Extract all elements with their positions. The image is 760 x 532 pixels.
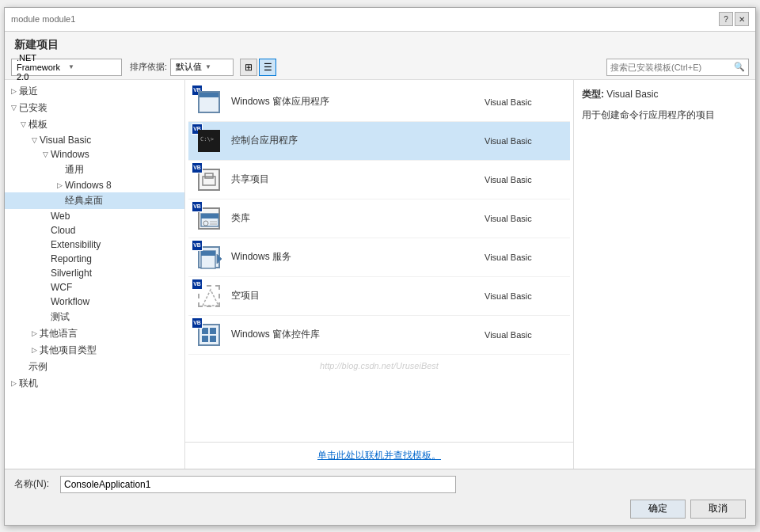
- confirm-button[interactable]: 确定: [630, 500, 686, 519]
- tree-item-general[interactable]: 通用: [5, 162, 184, 178]
- tree-item-templates[interactable]: ▽ 模板: [5, 116, 184, 133]
- template-winforms[interactable]: VB Windows 窗体应用程序 Visual Basic: [188, 83, 570, 122]
- tree-item-recent[interactable]: ▷ 最近: [5, 83, 184, 100]
- button-row: 确定 取消: [14, 500, 746, 519]
- tree-item-extensibility[interactable]: Extensibility: [5, 238, 184, 252]
- tree-item-other-lang[interactable]: ▷ 其他语言: [5, 325, 184, 342]
- main-area: ▷ 最近 ▽ 已安装 ▽ 模板 ▽ Visual Basic ▽ Windo: [5, 80, 755, 469]
- toggle-general: [54, 164, 65, 175]
- tree-item-online[interactable]: ▷ 联机: [5, 375, 184, 392]
- list-view-button[interactable]: ☰: [259, 59, 276, 76]
- grid-view-button[interactable]: ⊞: [240, 59, 257, 76]
- template-name-class: 类库: [231, 211, 484, 225]
- tree-item-windows[interactable]: ▽ Windows: [5, 147, 184, 162]
- tree-item-vb[interactable]: ▽ Visual Basic: [5, 133, 184, 147]
- list-icon: ☰: [264, 62, 272, 73]
- template-empty[interactable]: VB 空项目 Visual Basic: [188, 277, 570, 316]
- template-icon-shared: VB: [195, 165, 223, 194]
- svg-rect-1: [205, 173, 213, 178]
- dialog-content: 新建项目 .NET Framework 2.0 ▼ 排序依据: 默认值 ▼ ⊞ …: [5, 32, 755, 469]
- template-name-console: 控制台应用程序: [231, 134, 484, 147]
- search-icon[interactable]: 🔍: [734, 62, 745, 72]
- tree-label: 经典桌面: [65, 194, 103, 207]
- template-source-class: Visual Basic: [484, 214, 564, 223]
- template-name-winforms: Windows 窗体应用程序: [231, 95, 484, 108]
- template-source-shared: Visual Basic: [484, 175, 564, 184]
- toggle-examples: [17, 361, 28, 372]
- title-bar: module module1 ? ✕: [5, 8, 755, 32]
- tree-label: 联机: [19, 377, 38, 390]
- framework-dropdown[interactable]: .NET Framework 2.0 ▼: [11, 59, 122, 76]
- toggle-vb: ▽: [28, 135, 40, 146]
- template-name-service: Windows 服务: [231, 250, 484, 264]
- search-input[interactable]: [610, 63, 731, 72]
- tree-item-web[interactable]: Web: [5, 209, 184, 223]
- template-shared[interactable]: VB 共享项目 Visual Basic: [188, 161, 570, 200]
- vb-badge-winctrl: VB: [192, 317, 203, 329]
- svg-rect-8: [201, 251, 215, 256]
- tree-item-cloud[interactable]: Cloud: [5, 223, 184, 238]
- template-service[interactable]: VB Windows 服务 Visual Basic: [188, 238, 570, 277]
- tree-item-windows8[interactable]: ▷ Windows 8: [5, 178, 184, 192]
- info-type-value: Visual Basic: [606, 89, 658, 100]
- cancel-button[interactable]: 取消: [690, 500, 746, 519]
- svg-marker-9: [217, 254, 222, 264]
- tree-item-examples[interactable]: 示例: [5, 359, 184, 375]
- tree-label: Workflow: [51, 296, 89, 307]
- toggle-recent: ▷: [8, 86, 19, 97]
- template-winctrl[interactable]: VB Windows 窗体控件库 Visual Basic: [188, 316, 570, 355]
- toggle-windows8: ▷: [54, 180, 65, 191]
- left-panel: ▷ 最近 ▽ 已安装 ▽ 模板 ▽ Visual Basic ▽ Windo: [5, 80, 185, 469]
- template-source-winforms: Visual Basic: [484, 97, 564, 107]
- template-class[interactable]: VB 类库: [188, 200, 570, 238]
- close-button[interactable]: ✕: [735, 12, 749, 26]
- online-link[interactable]: 单击此处以联机并查找模板。: [317, 450, 441, 461]
- sort-value: 默认值: [176, 61, 202, 73]
- name-label: 名称(N):: [14, 477, 54, 491]
- tree-label: 最近: [19, 85, 38, 98]
- template-icon-winctrl: VB: [195, 321, 223, 349]
- tree-item-workflow[interactable]: Workflow: [5, 294, 184, 309]
- tree-label: 通用: [65, 163, 84, 177]
- toggle-extensibility: [40, 239, 51, 250]
- toggle-test: [40, 311, 51, 322]
- tree-item-test[interactable]: 测试: [5, 309, 184, 325]
- name-input[interactable]: [60, 476, 456, 493]
- toggle-cloud: [40, 225, 51, 236]
- template-source-winctrl: Visual Basic: [484, 330, 564, 340]
- search-box[interactable]: 🔍: [606, 59, 749, 76]
- help-button[interactable]: ?: [719, 12, 733, 26]
- dialog-title: 新建项目: [5, 32, 755, 55]
- template-source-service: Visual Basic: [484, 253, 564, 262]
- sort-arrow: ▼: [205, 63, 211, 70]
- tree-item-reporting[interactable]: Reporting: [5, 252, 184, 266]
- template-icon-service: VB: [195, 243, 223, 272]
- tree-label: 其他语言: [40, 327, 78, 340]
- tree-item-silverlight[interactable]: Silverlight: [5, 266, 184, 280]
- template-icon-empty: VB: [195, 282, 223, 310]
- tree-item-classic-desktop[interactable]: 经典桌面: [5, 192, 184, 209]
- tree-label: Visual Basic: [40, 135, 91, 146]
- tree-label: 已安装: [19, 101, 48, 115]
- toggle-reporting: [40, 253, 51, 264]
- tree-item-wcf[interactable]: WCF: [5, 280, 184, 294]
- tree-label: 测试: [51, 310, 70, 324]
- vb-badge-empty: VB: [192, 279, 203, 290]
- template-icon-winforms: VB: [195, 88, 223, 116]
- tree-item-installed[interactable]: ▽ 已安装: [5, 100, 184, 116]
- right-panel: VB Windows 窗体应用程序 Visual Basic VB 控制台应用程…: [185, 80, 573, 469]
- title-text: module module1: [11, 14, 75, 24]
- title-bar-buttons: ? ✕: [719, 12, 749, 26]
- sort-dropdown[interactable]: 默认值 ▼: [170, 59, 234, 76]
- tree-label: Cloud: [51, 225, 75, 236]
- template-source-console: Visual Basic: [484, 136, 564, 146]
- name-row: 名称(N):: [14, 476, 746, 493]
- template-console[interactable]: VB 控制台应用程序 Visual Basic: [188, 122, 570, 161]
- framework-arrow: ▼: [68, 63, 116, 70]
- vb-badge-service: VB: [192, 240, 203, 251]
- toolbar-row: .NET Framework 2.0 ▼ 排序依据: 默认值 ▼ ⊞ ☰ 🔍: [5, 55, 755, 80]
- tree-item-other-type[interactable]: ▷ 其他项目类型: [5, 342, 184, 359]
- template-icon-console: VB: [195, 127, 223, 155]
- tree-label: 其他项目类型: [40, 344, 97, 357]
- vb-badge-class: VB: [192, 201, 203, 212]
